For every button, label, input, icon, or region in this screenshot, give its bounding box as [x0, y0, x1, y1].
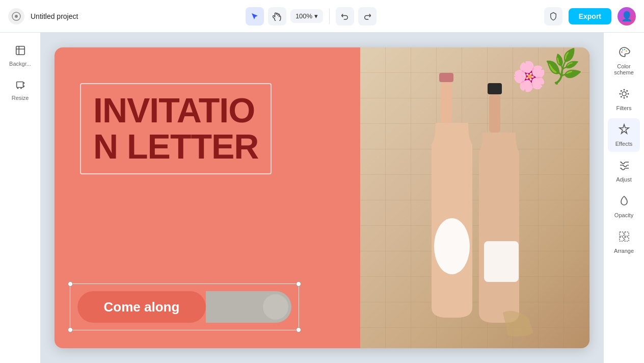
arrange-label: Arrange — [614, 248, 634, 254]
handle-tl — [68, 281, 73, 287]
svg-point-13 — [624, 49, 625, 50]
svg-point-1 — [15, 15, 18, 18]
svg-rect-26 — [620, 237, 624, 241]
right-sidebar-item-opacity[interactable]: Opacity — [608, 190, 640, 223]
right-sidebar-item-filters[interactable]: Filters — [608, 83, 640, 116]
svg-point-20 — [620, 90, 622, 92]
handle-tr — [296, 281, 301, 287]
resize-label: Resize — [12, 95, 29, 101]
resize-icon — [15, 79, 26, 93]
handle-bl — [68, 327, 73, 332]
background-icon — [15, 45, 26, 59]
come-along-label: Come along — [104, 299, 180, 315]
svg-rect-6 — [441, 82, 452, 123]
come-along-toggle-part — [206, 291, 291, 323]
right-sidebar-item-adjust[interactable]: Adjust — [608, 154, 640, 188]
right-sidebar-item-effects[interactable]: Effects — [608, 118, 640, 152]
come-along-container: Come along — [77, 291, 291, 323]
canvas-left-section: INVITATION LETTER Come along — [55, 47, 360, 348]
svg-point-12 — [622, 49, 623, 50]
svg-rect-24 — [620, 232, 624, 236]
design-canvas: INVITATION LETTER Come along — [55, 47, 589, 348]
svg-point-11 — [621, 51, 622, 53]
svg-rect-9 — [489, 94, 500, 133]
grab-tool-button[interactable] — [268, 7, 286, 25]
color-scheme-label: Color scheme — [611, 63, 637, 75]
svg-point-16 — [623, 89, 625, 91]
project-title: Untitled project — [31, 12, 78, 20]
svg-rect-25 — [625, 232, 629, 236]
color-scheme-icon — [618, 46, 630, 61]
svg-point-21 — [626, 96, 628, 97]
topbar-tools: 100% ▾ — [84, 7, 538, 25]
filters-label: Filters — [616, 105, 632, 111]
svg-point-22 — [626, 90, 628, 92]
sidebar-item-resize[interactable]: Resize — [4, 75, 36, 105]
left-sidebar: Backgr... Resize — [0, 33, 41, 363]
wine-bottles-svg — [381, 63, 574, 348]
svg-rect-10 — [484, 241, 519, 282]
user-avatar[interactable]: 👤 — [618, 7, 636, 25]
svg-rect-8 — [488, 83, 502, 94]
opacity-label: Opacity — [614, 212, 633, 218]
svg-rect-2 — [16, 46, 24, 55]
svg-point-17 — [623, 97, 625, 99]
right-sidebar-item-color-scheme[interactable]: Color scheme — [608, 41, 640, 81]
toolbar-divider — [329, 9, 330, 24]
invitation-title: INVITATION LETTER — [93, 92, 258, 165]
background-label: Backgr... — [9, 61, 31, 67]
select-tool-button[interactable] — [246, 7, 264, 25]
topbar: Untitled project 100% ▾ Export 👤 — [0, 0, 644, 33]
svg-point-18 — [619, 93, 621, 95]
effects-icon — [618, 123, 630, 139]
sidebar-item-background[interactable]: Backgr... — [4, 41, 36, 71]
zoom-control[interactable]: 100% ▾ — [290, 9, 323, 23]
canvas-area: INVITATION LETTER Come along — [41, 33, 603, 363]
topbar-right: Export 👤 — [544, 7, 636, 25]
shield-button[interactable] — [544, 7, 562, 25]
arrange-icon — [618, 230, 630, 246]
app-logo — [8, 8, 24, 24]
svg-point-19 — [627, 93, 629, 95]
handle-br — [296, 327, 301, 332]
adjust-icon — [618, 159, 630, 174]
adjust-label: Adjust — [616, 176, 632, 183]
come-along-button[interactable]: Come along — [77, 291, 291, 323]
effects-label: Effects — [615, 141, 632, 147]
svg-rect-27 — [625, 237, 629, 241]
opacity-icon — [618, 195, 630, 210]
filters-icon — [618, 88, 630, 103]
svg-point-14 — [626, 50, 627, 51]
svg-point-23 — [620, 96, 622, 97]
right-sidebar: Color scheme Filters — [603, 33, 644, 363]
undo-button[interactable] — [336, 7, 354, 25]
canvas-right-section: 🌸🌿 — [360, 47, 589, 348]
come-along-active-part: Come along — [77, 291, 206, 323]
main-area: Backgr... Resize INVITATION LETTER — [0, 33, 644, 363]
svg-rect-5 — [439, 73, 453, 82]
svg-point-15 — [622, 92, 626, 96]
export-button[interactable]: Export — [569, 8, 611, 24]
svg-point-7 — [434, 218, 470, 274]
redo-button[interactable] — [358, 7, 377, 25]
right-sidebar-item-arrange[interactable]: Arrange — [608, 225, 640, 259]
toggle-knob — [263, 294, 288, 320]
svg-rect-3 — [16, 82, 23, 88]
